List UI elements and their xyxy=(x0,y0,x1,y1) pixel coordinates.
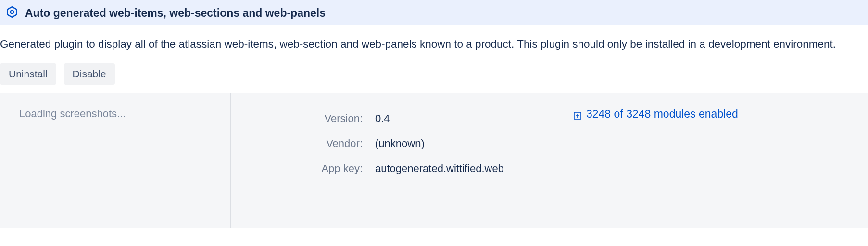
version-value: 0.4 xyxy=(375,112,390,125)
modules-enabled-link[interactable]: 3248 of 3248 modules enabled xyxy=(574,108,738,123)
action-buttons: Uninstall Disable xyxy=(0,61,868,93)
vendor-value: (unknown) xyxy=(375,137,425,150)
uninstall-button[interactable]: Uninstall xyxy=(0,63,56,85)
expand-icon xyxy=(574,110,581,123)
plugin-icon xyxy=(6,6,18,21)
vendor-label: Vendor: xyxy=(250,137,375,150)
details-panel: Loading screenshots... Version: 0.4 Vend… xyxy=(0,93,868,228)
disable-button[interactable]: Disable xyxy=(64,63,115,85)
details-column: Version: 0.4 Vendor: (unknown) App key: … xyxy=(231,93,560,228)
plugin-description: Generated plugin to display all of the a… xyxy=(0,25,868,61)
svg-point-0 xyxy=(11,11,14,14)
appkey-row: App key: autogenerated.wittified.web xyxy=(250,162,541,175)
vendor-row: Vendor: (unknown) xyxy=(250,137,541,150)
appkey-label: App key: xyxy=(250,162,375,175)
modules-link-text: 3248 of 3248 modules enabled xyxy=(586,108,738,121)
plugin-header: Auto generated web-items, web-sections a… xyxy=(0,0,868,25)
modules-column: 3248 of 3248 modules enabled xyxy=(560,93,868,228)
loading-screenshots-text: Loading screenshots... xyxy=(19,108,126,120)
page-title: Auto generated web-items, web-sections a… xyxy=(25,7,326,20)
version-row: Version: 0.4 xyxy=(250,112,541,125)
version-label: Version: xyxy=(250,112,375,125)
appkey-value: autogenerated.wittified.web xyxy=(375,162,504,175)
screenshots-column: Loading screenshots... xyxy=(0,93,231,228)
